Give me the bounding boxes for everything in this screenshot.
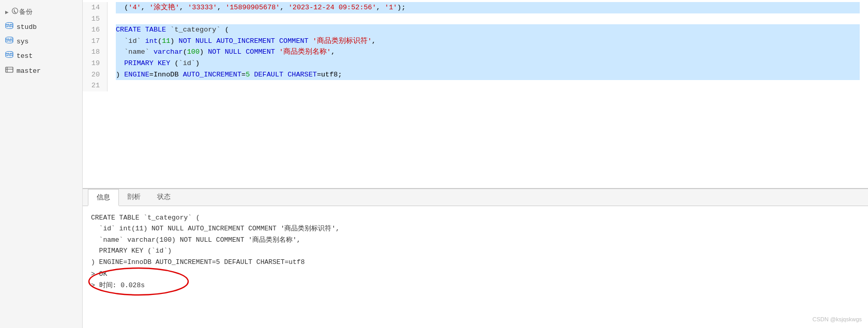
sidebar-item-test[interactable]: test — [0, 49, 82, 63]
code-line-21 — [116, 80, 860, 91]
svg-point-0 — [6, 23, 13, 25]
result-status-area: > OK > 时间: 0.028s — [91, 269, 145, 291]
sidebar-item-label: studb — [17, 23, 37, 31]
sidebar-item-master[interactable]: master — [0, 63, 82, 79]
db-icon — [5, 37, 13, 46]
editor-area[interactable]: 14 15 16 17 18 19 20 21 ('4', '涂文艳', '33… — [83, 0, 868, 189]
sidebar-item-label: test — [17, 52, 33, 60]
sidebar-item-studb[interactable]: studb — [0, 20, 82, 34]
code-line-17: `id` int(11) NOT NULL AUTO_INCREMENT COM… — [116, 36, 860, 47]
code-content: ('4', '涂文艳', '33333', '15890905678', '20… — [108, 2, 868, 91]
tab-analyze[interactable]: 剖析 — [119, 189, 149, 206]
result-time: > 时间: 0.028s — [91, 280, 145, 291]
main-content: 14 15 16 17 18 19 20 21 ('4', '涂文艳', '33… — [83, 0, 868, 328]
sidebar: ▶ 备份 studb — [0, 0, 83, 328]
line-numbers: 14 15 16 17 18 19 20 21 — [83, 2, 108, 91]
result-create-line1: CREATE TABLE `t_category` ( — [91, 212, 860, 223]
code-editor: 14 15 16 17 18 19 20 21 ('4', '涂文艳', '33… — [83, 0, 868, 93]
db-icon — [5, 22, 13, 32]
watermark: CSDN @ksjqskwgs — [812, 315, 862, 324]
code-line-16: CREATE TABLE `t_category` ( — [116, 24, 860, 36]
bottom-panel: 信息 剖析 状态 CREATE TABLE `t_category` ( `id… — [83, 189, 868, 328]
code-line-18: `name` varchar(100) NOT NULL COMMENT '商品… — [116, 46, 860, 58]
sidebar-item-label: sys — [17, 38, 28, 45]
sidebar-item-label: master — [17, 67, 41, 75]
result-create-line4: PRIMARY KEY (`id`) — [91, 245, 860, 256]
result-ok: > OK — [91, 269, 145, 279]
code-line-20: ) ENGINE=InnoDB AUTO_INCREMENT=5 DEFAULT… — [116, 69, 860, 81]
code-line-14: ('4', '涂文艳', '33333', '15890905678', '20… — [116, 2, 860, 13]
arrow-icon: ▶ — [5, 9, 9, 15]
result-create-line2: `id` int(11) NOT NULL AUTO_INCREMENT COM… — [91, 223, 860, 234]
result-create-line5: ) ENGINE=InnoDB AUTO_INCREMENT=5 DEFAULT… — [91, 257, 860, 268]
sidebar-item-label: 备份 — [19, 7, 33, 17]
result-create-line3: `name` varchar(100) NOT NULL COMMENT '商品… — [91, 235, 860, 245]
sidebar-item-sys[interactable]: sys — [0, 34, 82, 49]
svg-point-6 — [6, 37, 13, 40]
code-line-19: PRIMARY KEY (`id`) — [116, 58, 860, 69]
code-line-15 — [116, 13, 860, 25]
tab-info[interactable]: 信息 — [88, 189, 119, 206]
tabs-row: 信息 剖析 状态 — [83, 189, 868, 206]
panel-content: CREATE TABLE `t_category` ( `id` int(11)… — [83, 206, 868, 328]
master-icon — [5, 66, 13, 76]
db-icon — [5, 51, 13, 60]
sidebar-item-backup[interactable]: ▶ 备份 — [0, 4, 82, 20]
svg-rect-16 — [6, 67, 13, 72]
backup-icon — [11, 7, 19, 17]
tab-status[interactable]: 状态 — [149, 189, 179, 206]
svg-point-11 — [6, 52, 13, 54]
